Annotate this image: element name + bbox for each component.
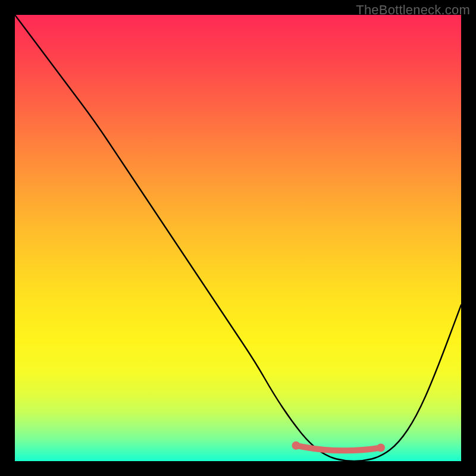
marker-right-icon — [377, 444, 385, 452]
bottleneck-curve-svg — [15, 15, 461, 461]
watermark-text: TheBottleneck.com — [356, 2, 470, 18]
chart-frame: TheBottleneck.com — [0, 0, 476, 476]
bottleneck-curve-path — [15, 15, 461, 461]
chart-plot-area — [15, 15, 461, 461]
marker-left-icon — [292, 441, 300, 450]
flat-region-highlight — [296, 446, 381, 451]
